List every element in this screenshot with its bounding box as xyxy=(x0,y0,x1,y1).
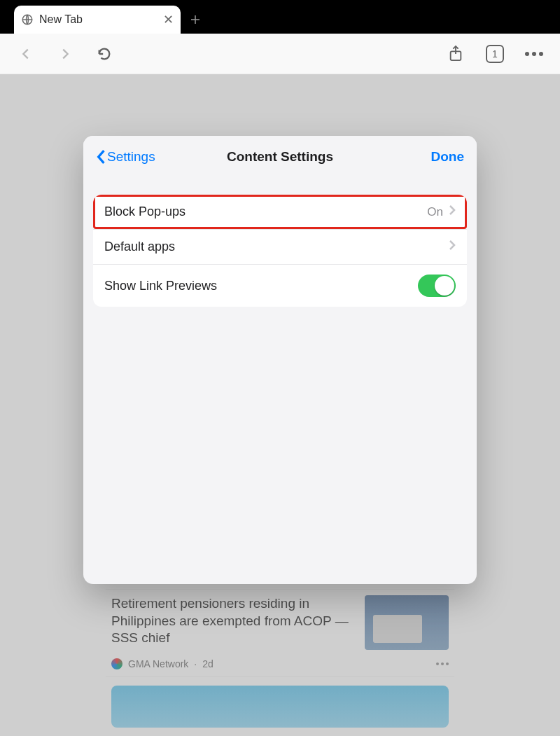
reload-button[interactable] xyxy=(95,45,113,63)
share-button[interactable] xyxy=(447,45,465,63)
link-previews-label: Show Link Previews xyxy=(104,279,217,293)
modal-overlay: Settings Content Settings Done Block Pop… xyxy=(0,74,560,736)
link-previews-toggle[interactable] xyxy=(418,275,456,297)
back-label: Settings xyxy=(107,149,155,165)
close-tab-icon[interactable]: ✕ xyxy=(163,13,174,26)
new-tab-button[interactable] xyxy=(181,6,210,34)
browser-toolbar: 1 xyxy=(0,34,560,74)
tabs-button[interactable]: 1 xyxy=(486,45,504,63)
browser-tab[interactable]: New Tab ✕ xyxy=(14,6,181,34)
tab-title: New Tab xyxy=(39,13,158,26)
row-link-previews: Show Link Previews xyxy=(93,264,467,307)
block-popups-label: Block Pop-ups xyxy=(104,204,186,219)
back-button[interactable] xyxy=(17,45,35,63)
modal-header: Settings Content Settings Done xyxy=(83,136,477,178)
settings-group: Block Pop-ups On Default apps Show Link … xyxy=(93,195,467,307)
row-default-apps[interactable]: Default apps xyxy=(93,229,467,264)
tab-bar: New Tab ✕ xyxy=(0,0,560,34)
settings-back-button[interactable]: Settings xyxy=(96,149,155,165)
chevron-right-icon xyxy=(449,239,456,254)
done-button[interactable]: Done xyxy=(431,149,465,165)
globe-icon xyxy=(21,13,34,26)
default-apps-label: Default apps xyxy=(104,239,175,254)
content-settings-modal: Settings Content Settings Done Block Pop… xyxy=(83,136,477,584)
tab-count: 1 xyxy=(492,48,498,60)
more-menu-button[interactable] xyxy=(525,52,543,56)
chevron-right-icon xyxy=(449,204,456,219)
forward-button[interactable] xyxy=(56,45,74,63)
block-popups-value: On xyxy=(427,205,443,219)
row-block-popups[interactable]: Block Pop-ups On xyxy=(93,195,467,229)
